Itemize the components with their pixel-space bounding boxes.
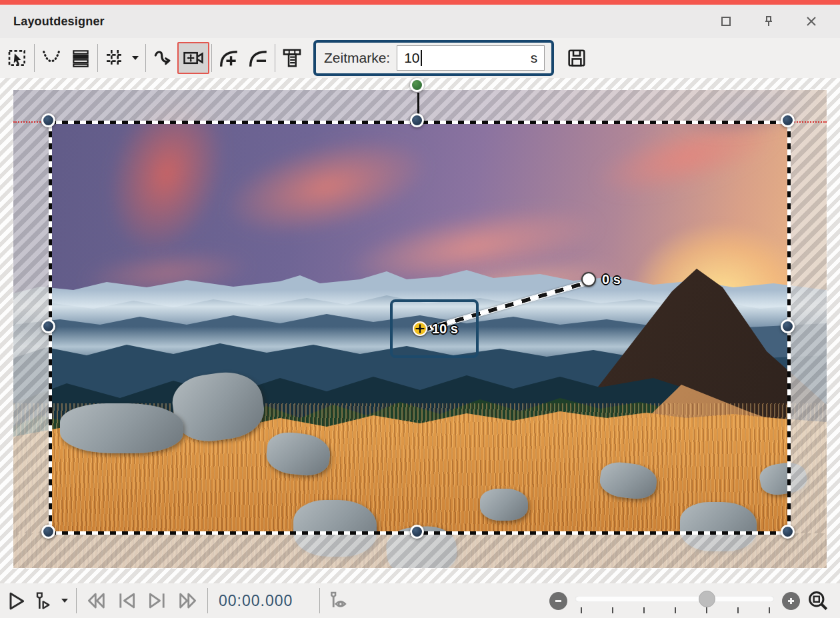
text-outline-icon: [281, 47, 303, 69]
marquee-select-icon: [7, 47, 28, 69]
zoom-out-button[interactable]: [549, 592, 567, 610]
maximize-icon: [719, 15, 733, 28]
layers-button[interactable]: [66, 42, 95, 74]
grid-icon: [104, 47, 125, 69]
minus-icon: [553, 596, 563, 606]
motion-path-button[interactable]: [148, 42, 177, 74]
toolbar-separator: [97, 44, 98, 72]
slider-tick: [675, 607, 676, 613]
resize-handle-top-center[interactable]: [410, 113, 424, 127]
dotted-curve-icon: [41, 47, 62, 69]
add-curve-point-button[interactable]: [214, 42, 243, 74]
text-marker-button[interactable]: [277, 42, 307, 74]
next-frame-icon: [146, 589, 169, 612]
curve-arrow-icon: [152, 47, 173, 69]
time-display: 00:00.000: [219, 592, 293, 610]
toolbar-separator: [34, 44, 35, 72]
accent-strip: [0, 0, 840, 5]
plus-icon: [786, 596, 796, 606]
layout-toolbar: Zeitmarke: 10 s: [0, 38, 840, 78]
play-options-caret[interactable]: [61, 599, 68, 603]
select-tool-button[interactable]: [3, 42, 32, 74]
resize-handle-bottom-right[interactable]: [781, 525, 795, 539]
save-button[interactable]: [562, 42, 591, 74]
keyframe-marker-start[interactable]: [581, 272, 596, 287]
magnifier-fit-icon: [806, 589, 830, 613]
slider-tick: [581, 607, 582, 613]
curve-plus-icon: [217, 47, 240, 69]
close-icon: [805, 15, 818, 28]
next-frame-button[interactable]: [142, 586, 173, 615]
maximize-button[interactable]: [715, 10, 737, 33]
window-controls: [715, 5, 840, 38]
play-from-marker-button[interactable]: [31, 586, 57, 615]
slider-tick: [612, 607, 613, 613]
previous-frame-icon: [115, 589, 138, 612]
zoom-controls: [549, 583, 840, 618]
play-button[interactable]: [1, 586, 31, 615]
slider-tick: [643, 607, 645, 613]
transport-separator: [207, 588, 208, 613]
remove-curve-point-button[interactable]: [243, 42, 273, 74]
camera-move-icon: [182, 47, 205, 69]
zeitmarke-value: 10: [404, 50, 419, 66]
pin-button[interactable]: [757, 10, 780, 33]
zeitmarke-input[interactable]: 10 s: [397, 45, 545, 71]
rewind-icon: [85, 589, 107, 612]
resize-handle-bottom-center[interactable]: [410, 525, 424, 539]
window-title: Layoutdesigner: [13, 15, 105, 29]
keyframe-start-label: 0 s: [602, 272, 621, 287]
zoom-slider-thumb[interactable]: [699, 591, 715, 607]
zoom-fit-button[interactable]: [800, 586, 836, 615]
slider-tick: [769, 607, 770, 613]
grid-button[interactable]: [100, 42, 129, 74]
resize-handle-middle-left[interactable]: [41, 319, 55, 333]
pin-eye-icon: [327, 589, 350, 612]
transport-separator: [76, 588, 77, 613]
layout-canvas[interactable]: 0 s 10 s: [0, 78, 840, 583]
titlebar: Layoutdesigner: [0, 5, 840, 38]
transport-bar: 00:00.000: [0, 583, 840, 618]
previous-frame-button[interactable]: [111, 586, 142, 615]
zeitmarke-unit: s: [531, 50, 538, 66]
zeitmarke-group: Zeitmarke: 10 s: [313, 40, 554, 76]
camera-pan-button[interactable]: [177, 42, 209, 74]
play-icon: [5, 590, 27, 611]
resize-handle-middle-right[interactable]: [781, 319, 795, 333]
slider-tick: [737, 607, 739, 613]
zoom-slider[interactable]: [575, 587, 774, 614]
resize-handle-top-left[interactable]: [41, 113, 55, 127]
save-icon: [565, 47, 588, 69]
zoom-in-button[interactable]: [782, 592, 800, 610]
outside-view-overlay-right: [789, 122, 827, 533]
toolbar-separator: [145, 44, 146, 72]
resize-handle-bottom-left[interactable]: [41, 525, 55, 539]
pin-icon: [762, 15, 775, 28]
slider-tick: [706, 607, 707, 613]
keyframe-marker-end[interactable]: [413, 321, 427, 336]
marker-visibility-button[interactable]: [324, 586, 353, 615]
resize-handle-top-right[interactable]: [781, 113, 795, 127]
fast-forward-icon: [177, 589, 199, 612]
toolbar-separator: [275, 44, 275, 72]
smooth-curve-button[interactable]: [37, 42, 66, 74]
crosshair-icon: [415, 323, 425, 334]
rewind-button[interactable]: [81, 586, 111, 615]
photo-rock: [480, 489, 528, 521]
text-caret: [421, 50, 422, 66]
grid-dropdown-caret[interactable]: [132, 56, 139, 60]
zeitmarke-label: Zeitmarke:: [324, 50, 390, 66]
close-button[interactable]: [800, 10, 823, 33]
toolbar-separator: [211, 44, 212, 72]
curve-minus-icon: [247, 47, 269, 69]
keyframe-end-label: 10 s: [432, 321, 458, 337]
zoom-slider-track[interactable]: [575, 596, 774, 602]
rotate-handle[interactable]: [410, 78, 424, 92]
pin-play-icon: [33, 590, 55, 611]
layers-bars-icon: [70, 47, 91, 69]
photo-rock: [60, 403, 183, 453]
transport-separator: [319, 588, 320, 613]
fast-forward-button[interactable]: [173, 586, 203, 615]
outside-view-overlay-bottom: [13, 533, 827, 568]
